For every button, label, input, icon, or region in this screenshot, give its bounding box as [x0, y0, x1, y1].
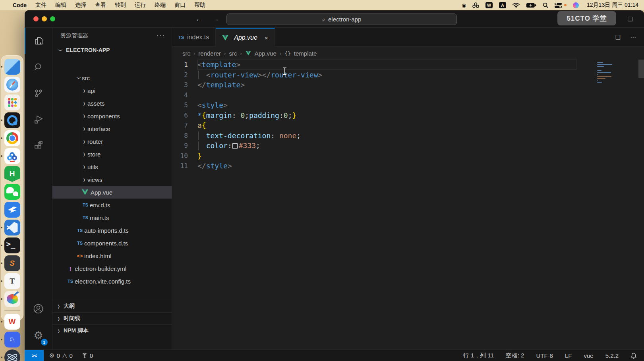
tree-file-App.vue[interactable]: App.vue: [52, 186, 172, 199]
source-control-icon[interactable]: [25, 80, 52, 106]
menu-bar-clock[interactable]: 12月13日 周三 01:14: [587, 2, 638, 9]
dock-item-quicktime[interactable]: [4, 112, 21, 129]
accounts-icon[interactable]: [25, 295, 52, 322]
breadcrumb-item-App.vue[interactable]: App.vue: [255, 50, 277, 57]
status-indentation[interactable]: 空格: 2: [506, 352, 524, 359]
dock-item-safari[interactable]: [4, 76, 21, 93]
dock-item-hbuilder[interactable]: H: [4, 166, 21, 182]
dock-item-deer-vpn[interactable]: ♘: [4, 331, 21, 348]
menu-item-转到[interactable]: 转到: [115, 2, 126, 8]
control-center-icon[interactable]: [555, 3, 562, 8]
tree-folder-api[interactable]: ❭api: [52, 84, 172, 97]
menu-item-选择[interactable]: 选择: [75, 2, 86, 8]
battery-charging-icon[interactable]: [526, 3, 536, 8]
menu-item-窗口[interactable]: 窗口: [174, 2, 186, 8]
tab-App.vue[interactable]: App.vue×: [216, 28, 275, 47]
tree-folder-components[interactable]: ❭components: [52, 110, 172, 122]
tree-file-auto-imports.d.ts[interactable]: TSauto-imports.d.ts: [52, 224, 172, 237]
explorer-icon[interactable]: [25, 28, 52, 54]
cluster-icon[interactable]: [472, 2, 479, 8]
status-encoding[interactable]: UTF-8: [536, 352, 553, 359]
tab-index.ts[interactable]: TSindex.ts: [172, 28, 216, 47]
close-window-button[interactable]: [33, 16, 39, 21]
minimap[interactable]: [597, 62, 613, 84]
title-bar[interactable]: ← → ⌕ electron-app ❏ 51CTO 学堂: [25, 10, 644, 28]
dock-item-chrome[interactable]: [4, 130, 21, 147]
dock-item-sublime-text[interactable]: S: [4, 255, 21, 272]
tree-file-package-lock.json[interactable]: {}package-lock.json: [52, 288, 172, 289]
close-tab-icon[interactable]: ×: [265, 35, 268, 41]
back-button[interactable]: ←: [195, 15, 203, 23]
wps-icon[interactable]: W: [485, 2, 493, 8]
status-cursor-position[interactable]: 行 1，列 11: [463, 352, 493, 359]
dock-item-wps-office[interactable]: W: [4, 313, 21, 330]
tree-folder-views[interactable]: ❭views: [52, 173, 172, 186]
dock-item-sunflower-remote[interactable]: [4, 148, 21, 164]
dock-item-launchpad[interactable]: [4, 94, 21, 111]
breadcrumb-item-template[interactable]: template: [294, 50, 317, 57]
ports-indicator[interactable]: 0: [81, 352, 93, 359]
section-时间线[interactable]: ❭时间线: [52, 312, 172, 324]
spotlight-icon[interactable]: [543, 2, 548, 8]
menu-item-查看[interactable]: 查看: [95, 2, 106, 8]
code-editor[interactable]: 1<template>2 <router-view></router-view>…: [172, 60, 644, 349]
tree-folder-assets[interactable]: ❭assets: [52, 97, 172, 110]
section-大纲[interactable]: ❭大纲: [52, 300, 172, 312]
remote-indicator[interactable]: ><: [25, 350, 44, 361]
command-center-search[interactable]: ⌕ electron-app: [226, 14, 457, 25]
forward-button[interactable]: →: [212, 15, 219, 23]
siri-icon[interactable]: [573, 2, 579, 8]
tree-file-env.d.ts[interactable]: TSenv.d.ts: [52, 199, 172, 211]
running-indicator: [1, 339, 2, 340]
tree-folder-interface[interactable]: ❭interface: [52, 122, 172, 135]
tree-file-electron.vite.config.ts[interactable]: TSelectron.vite.config.ts: [52, 275, 172, 288]
status-version[interactable]: 5.2.2: [605, 352, 619, 359]
dock-item-atom-app[interactable]: [4, 349, 21, 361]
extensions-icon[interactable]: [25, 133, 52, 159]
menu-item-文件[interactable]: 文件: [35, 2, 46, 8]
scrollbar-thumb[interactable]: [638, 60, 644, 78]
minimize-window-button[interactable]: [42, 16, 47, 21]
dock-item-finder[interactable]: [4, 58, 21, 75]
menu-app-name[interactable]: Code: [13, 2, 27, 8]
wifi-icon[interactable]: [512, 3, 520, 8]
breadcrumb-item-src[interactable]: src: [229, 50, 237, 57]
problems-indicator[interactable]: ⊗ 0 △ 0: [49, 352, 73, 359]
tree-file-index.html[interactable]: <>index.html: [52, 249, 172, 262]
dock-item-terminal[interactable]: >_: [4, 237, 21, 254]
section-NPM 脚本[interactable]: ❭NPM 脚本: [52, 324, 172, 337]
split-editor-icon[interactable]: ❏: [615, 34, 621, 41]
menu-item-帮助[interactable]: 帮助: [194, 2, 205, 8]
settings-gear-icon[interactable]: ⚙ 1: [25, 322, 52, 349]
screen-record-icon[interactable]: ◉: [462, 2, 466, 8]
zoom-window-button[interactable]: [50, 16, 55, 21]
tree-file-electron-builder.yml[interactable]: !electron-builder.yml: [52, 262, 172, 275]
menu-item-运行[interactable]: 运行: [135, 2, 146, 8]
tree-file-main.ts[interactable]: TSmain.ts: [52, 211, 172, 224]
dock-item-wechat[interactable]: [4, 183, 21, 200]
status-language-mode[interactable]: vue: [584, 352, 593, 359]
status-eol[interactable]: LF: [565, 352, 572, 359]
breadcrumb-item-renderer[interactable]: renderer: [198, 50, 221, 57]
input-source-icon[interactable]: A: [499, 2, 506, 8]
customize-layout-icon[interactable]: ❏: [628, 15, 633, 23]
dock-item-dingtalk[interactable]: [4, 201, 21, 218]
menu-item-编辑[interactable]: 编辑: [55, 2, 66, 8]
tree-folder-src[interactable]: ❭src: [52, 71, 172, 84]
tree-folder-utils[interactable]: ❭utils: [52, 160, 172, 173]
dock-item-textedit[interactable]: T: [4, 273, 21, 290]
notifications-bell-icon[interactable]: [630, 352, 637, 359]
tree-folder-router[interactable]: ❭router: [52, 135, 172, 148]
menu-item-终端[interactable]: 终端: [155, 2, 166, 8]
dock-item-vscode[interactable]: [4, 219, 21, 236]
tree-file-components.d.ts[interactable]: TScomponents.d.ts: [52, 237, 172, 249]
search-view-icon[interactable]: [25, 54, 52, 80]
tree-root-electron-app[interactable]: ❭ ELECTRON-APP: [52, 44, 172, 56]
breadcrumb[interactable]: src›renderer›src›App.vue›{}template: [172, 47, 644, 60]
breadcrumb-item-src[interactable]: src: [182, 50, 190, 57]
editor-more-actions[interactable]: ⋯: [630, 34, 636, 41]
tree-folder-store[interactable]: ❭store: [52, 148, 172, 160]
dock-item-paint-palette[interactable]: [4, 291, 21, 307]
run-debug-icon[interactable]: [25, 106, 52, 133]
explorer-more-actions[interactable]: ···: [157, 32, 165, 39]
